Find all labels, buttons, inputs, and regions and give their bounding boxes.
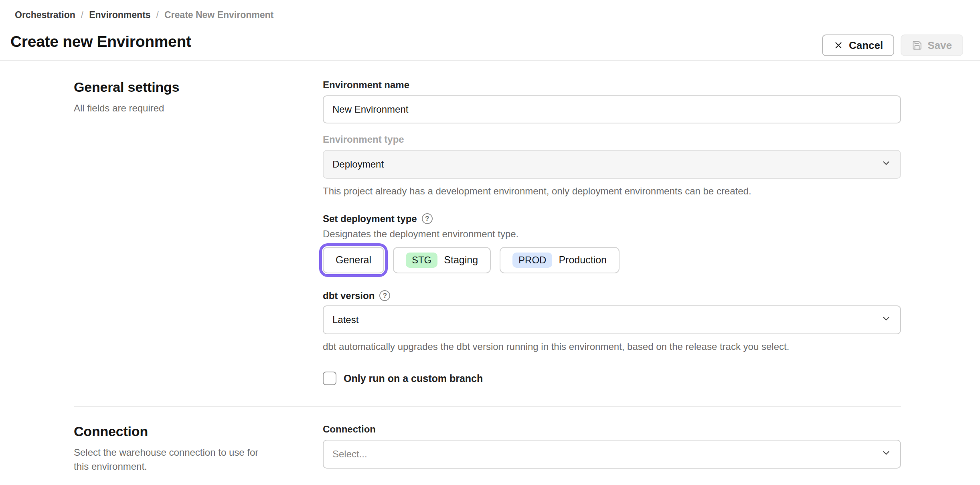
custom-branch-label: Only run on a custom branch — [344, 373, 483, 384]
dbt-version-group: dbt version ? Latest dbt automatically u… — [323, 290, 901, 354]
staging-badge: STG — [406, 253, 437, 268]
page-title: Create new Environment — [10, 33, 191, 51]
general-settings-header: General settings All fields are required — [74, 79, 323, 385]
deployment-type-staging-label: Staging — [444, 254, 478, 266]
custom-branch-row: Only run on a custom branch — [323, 372, 901, 385]
deployment-type-general-button[interactable]: General — [323, 247, 384, 273]
dbt-version-label: dbt version — [323, 290, 375, 301]
connection-title: Connection — [74, 424, 291, 439]
save-icon — [912, 40, 922, 51]
environment-name-input[interactable] — [323, 95, 901, 123]
page-header: Orchestration / Environments / Create Ne… — [0, 0, 980, 61]
breadcrumb-environments[interactable]: Environments — [89, 10, 150, 20]
deployment-type-production-label: Production — [559, 254, 607, 266]
chevron-down-icon — [881, 448, 891, 461]
environment-type-group: Environment type Deployment This project… — [323, 134, 901, 198]
cancel-button-label: Cancel — [849, 39, 883, 52]
connection-header: Connection Select the warehouse connecti… — [74, 424, 323, 474]
breadcrumb-current: Create New Environment — [164, 10, 273, 20]
close-icon — [833, 40, 844, 51]
environment-type-select: Deployment — [323, 150, 901, 179]
main-content: General settings All fields are required… — [0, 61, 980, 474]
breadcrumb-separator: / — [156, 10, 159, 20]
deployment-type-options: General STG Staging PROD Production — [323, 247, 901, 273]
deployment-type-label: Set deployment type — [323, 213, 417, 224]
help-icon[interactable]: ? — [379, 290, 390, 301]
connection-field-label: Connection — [323, 424, 901, 435]
connection-select[interactable]: Select... — [323, 440, 901, 469]
cancel-button[interactable]: Cancel — [822, 34, 894, 56]
deployment-type-helper: Designates the deployment environment ty… — [323, 228, 901, 240]
dbt-version-value: Latest — [332, 314, 358, 325]
chevron-down-icon — [881, 158, 891, 171]
general-settings-fields: Environment name Environment type Deploy… — [323, 79, 901, 385]
deployment-type-production-button[interactable]: PROD Production — [500, 247, 620, 273]
connection-field-group: Connection Select... — [323, 424, 901, 469]
connection-description: Select the warehouse connection to use f… — [74, 446, 274, 474]
save-button[interactable]: Save — [901, 34, 963, 56]
general-settings-title: General settings — [74, 79, 291, 95]
custom-branch-checkbox[interactable] — [323, 372, 336, 385]
production-badge: PROD — [512, 253, 552, 268]
section-divider — [74, 406, 901, 407]
connection-fields: Connection Select... — [323, 424, 901, 474]
dbt-version-select[interactable]: Latest — [323, 305, 901, 334]
connection-placeholder: Select... — [332, 449, 367, 460]
breadcrumb-separator: / — [81, 10, 83, 20]
header-actions: Cancel Save — [822, 34, 963, 56]
save-button-label: Save — [927, 39, 952, 52]
deployment-type-group: Set deployment type ? Designates the dep… — [323, 213, 901, 273]
breadcrumb: Orchestration / Environments / Create Ne… — [15, 10, 273, 20]
environment-type-label: Environment type — [323, 134, 901, 145]
environment-name-label: Environment name — [323, 79, 901, 91]
general-settings-subtitle: All fields are required — [74, 101, 291, 115]
help-icon[interactable]: ? — [422, 213, 433, 224]
deployment-type-general-label: General — [336, 254, 371, 266]
environment-type-value: Deployment — [332, 159, 384, 170]
environment-type-helper: This project already has a development e… — [323, 184, 901, 198]
dbt-version-helper: dbt automatically upgrades the dbt versi… — [323, 340, 901, 354]
breadcrumb-orchestration[interactable]: Orchestration — [15, 10, 75, 20]
environment-name-group: Environment name — [323, 79, 901, 123]
chevron-down-icon — [881, 313, 891, 326]
deployment-type-staging-button[interactable]: STG Staging — [393, 247, 491, 273]
